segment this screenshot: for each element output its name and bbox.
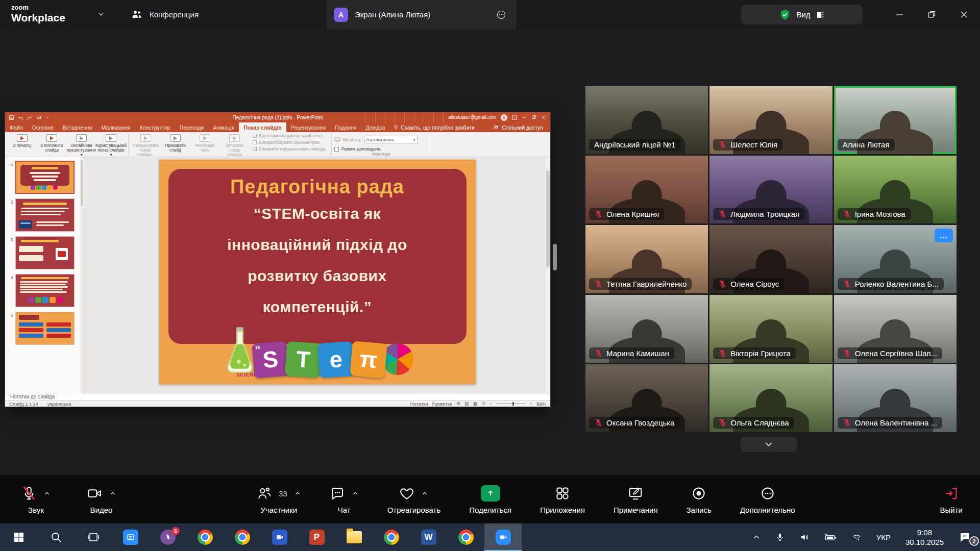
checkbox-media-controls[interactable]: ✓Елементи керування мультимедіа bbox=[253, 146, 326, 152]
comments-toggle[interactable]: Примітки bbox=[432, 401, 452, 407]
taskbar-app-powerpoint[interactable]: P bbox=[298, 523, 335, 551]
participant-tile[interactable]: Вікторія Грицюта bbox=[709, 295, 832, 363]
workspace-chevron-down-icon[interactable] bbox=[97, 10, 105, 18]
react-button[interactable]: Отреагировать bbox=[384, 484, 444, 515]
notes-toggle[interactable]: Нотатки bbox=[410, 401, 428, 407]
ribbon-tab-home[interactable]: Основне bbox=[28, 122, 58, 132]
participants-button[interactable]: 33 Участники bbox=[254, 484, 304, 515]
zoom-slider[interactable] bbox=[496, 404, 526, 404]
language-indicator[interactable]: українська bbox=[47, 401, 71, 407]
redo-icon[interactable] bbox=[27, 115, 32, 120]
tile-options-button[interactable]: ... bbox=[935, 229, 953, 242]
gallery-next-page-button[interactable] bbox=[741, 437, 797, 452]
ribbon-tab-review[interactable]: Рецензування bbox=[286, 122, 330, 132]
account-avatar[interactable]: A bbox=[501, 114, 507, 121]
view-button[interactable]: Вид bbox=[741, 5, 863, 24]
ribbon-tab-design[interactable]: Конструктор bbox=[135, 122, 175, 132]
tray-speaker-icon[interactable] bbox=[796, 532, 813, 542]
video-button[interactable]: Видео bbox=[83, 484, 119, 515]
slide-thumbnail-2[interactable] bbox=[15, 198, 75, 232]
participant-tile[interactable]: Шелест Юлія bbox=[709, 86, 832, 154]
ribbon-tab-transitions[interactable]: Переходи bbox=[175, 122, 209, 132]
taskbar-app-chrome-4[interactable] bbox=[447, 523, 484, 551]
normal-view-icon[interactable]: ⊞ bbox=[456, 401, 460, 406]
taskbar-clock[interactable]: 9:08 30.10.2025 bbox=[902, 527, 947, 547]
participant-tile[interactable]: Оксана Гвоздецька bbox=[585, 364, 708, 432]
participant-tile[interactable]: Олена Кришня bbox=[585, 156, 708, 223]
chat-button[interactable]: Чат bbox=[327, 484, 362, 515]
custom-slideshow-button[interactable]: Користувацький показ слайдів ▾ bbox=[96, 133, 126, 158]
thumbnail-scrollbar[interactable] bbox=[80, 157, 84, 393]
restore-button[interactable] bbox=[916, 0, 948, 29]
ribbon-tab-file[interactable]: Файл bbox=[5, 122, 28, 132]
chat-caret-icon[interactable] bbox=[352, 490, 359, 497]
checkbox-use-timings[interactable]: ✓Використовувати хронометраж bbox=[253, 140, 326, 145]
tab-screen-share[interactable]: A Экран (Алина Лютая) bbox=[327, 0, 517, 29]
slide-thumbnail-4[interactable] bbox=[15, 274, 75, 307]
slide-canvas[interactable]: Педагогічна рада “STEM-освіта як інновац… bbox=[84, 157, 550, 393]
setup-slideshow-button[interactable]: Налаштувати показ слайдів... bbox=[131, 133, 160, 158]
participant-tile[interactable]: Ірина Мозгова bbox=[834, 156, 957, 223]
taskbar-app-input-method[interactable] bbox=[112, 523, 149, 551]
record-button[interactable]: Запись bbox=[683, 484, 715, 515]
taskbar-search-button[interactable] bbox=[37, 523, 75, 551]
canvas-scrollbar[interactable] bbox=[545, 157, 550, 393]
tray-expand-chevron-icon[interactable] bbox=[749, 533, 764, 542]
zoom-in-icon[interactable]: + bbox=[530, 401, 532, 406]
zoom-out-icon[interactable]: − bbox=[489, 401, 492, 406]
apps-button[interactable]: Приложения bbox=[537, 484, 588, 515]
undo-icon[interactable] bbox=[18, 115, 23, 120]
taskbar-app-explorer[interactable] bbox=[335, 523, 373, 551]
taskbar-app-chrome-2[interactable] bbox=[224, 523, 261, 551]
present-online-button[interactable]: Онлайнове презентування ▾ bbox=[67, 133, 96, 158]
action-center-button[interactable]: 2 bbox=[955, 531, 974, 544]
participant-tile[interactable]: Олена Сіроус bbox=[709, 225, 832, 293]
slide-thumbnail-3[interactable] bbox=[15, 236, 75, 269]
tell-me-box[interactable]: Скажіть, що потрібно зробити bbox=[394, 122, 475, 132]
audio-options-caret-icon[interactable] bbox=[43, 490, 51, 497]
minimize-button[interactable] bbox=[884, 0, 916, 29]
taskbar-app-meet[interactable] bbox=[261, 523, 298, 551]
save-icon[interactable] bbox=[9, 115, 14, 120]
participant-tile[interactable]: Ольга Сляднєва bbox=[709, 364, 832, 432]
ppt-close-icon[interactable] bbox=[541, 115, 546, 120]
participant-tile[interactable]: ... Роленко Валентина Б... bbox=[834, 225, 957, 293]
tray-network-icon[interactable] bbox=[848, 532, 865, 542]
ribbon-tab-slideshow[interactable]: Показ слайдів bbox=[239, 122, 286, 132]
audio-button[interactable]: Звук bbox=[18, 484, 54, 515]
slide-thumbnail-5[interactable] bbox=[15, 312, 75, 345]
slideshow-view-icon[interactable]: ⊡ bbox=[481, 401, 485, 406]
participant-tile[interactable]: Людмила Троицкая bbox=[709, 156, 832, 223]
ribbon-display-options-icon[interactable] bbox=[512, 115, 517, 120]
task-view-button[interactable] bbox=[75, 523, 112, 551]
ribbon-tab-insert[interactable]: Вставлення bbox=[58, 122, 96, 132]
rehearse-timings-button[interactable]: Репетиція часу bbox=[190, 133, 219, 153]
monitor-select[interactable]: Автоматично ▾ bbox=[364, 136, 418, 143]
ribbon-tab-animations[interactable]: Анімація bbox=[208, 122, 239, 132]
slide-sorter-view-icon[interactable]: ▤ bbox=[464, 401, 469, 406]
ribbon-tab-view[interactable]: Подання bbox=[330, 122, 361, 132]
video-options-caret-icon[interactable] bbox=[109, 490, 116, 497]
participant-tile-active-speaker[interactable]: Алина Лютая bbox=[834, 86, 957, 154]
tray-battery-icon[interactable] bbox=[821, 532, 840, 542]
participant-tile[interactable]: Олена Сергіївна Шап... bbox=[834, 295, 957, 363]
ribbon-tab-draw[interactable]: Малювання bbox=[96, 122, 135, 132]
close-button[interactable] bbox=[948, 0, 980, 29]
notes-pane[interactable]: Нотатки до слайда bbox=[5, 393, 550, 400]
tab-conference[interactable]: Конференция bbox=[131, 0, 199, 29]
tray-microphone-icon[interactable] bbox=[772, 532, 788, 542]
participants-caret-icon[interactable] bbox=[294, 490, 301, 497]
participant-tile[interactable]: Тетяна Гаврилейченко bbox=[585, 225, 708, 293]
share-screen-button[interactable]: Поделиться bbox=[466, 484, 514, 515]
from-current-slide-button[interactable]: З поточного слайда bbox=[37, 133, 66, 153]
checkbox-play-narrations[interactable]: ✓Відтворювати дикторський текст bbox=[253, 133, 326, 138]
more-button[interactable]: Дополнительно bbox=[737, 484, 798, 515]
slide-thumbnail-1[interactable] bbox=[15, 161, 75, 194]
taskbar-app-zoom[interactable] bbox=[484, 523, 522, 551]
leave-button[interactable]: Выйти bbox=[937, 484, 966, 515]
checkbox-presenter-view[interactable]: Режим доповідача bbox=[334, 146, 428, 152]
zoom-level[interactable]: 99% bbox=[536, 401, 546, 407]
from-beginning-button[interactable]: З початку bbox=[8, 133, 37, 148]
taskbar-app-word[interactable]: W bbox=[410, 523, 447, 551]
account-email[interactable]: alinalutaa7@gmail.com bbox=[448, 115, 496, 120]
